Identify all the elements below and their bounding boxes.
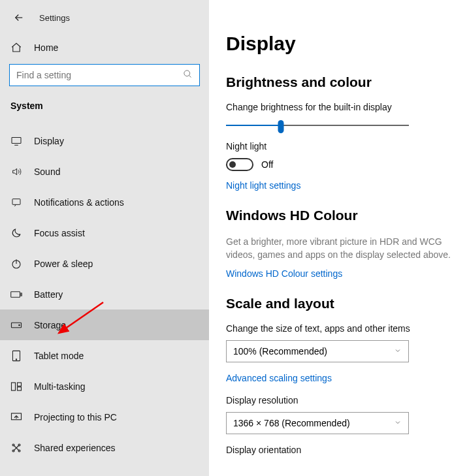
sidebar-item-focus[interactable]: Focus assist — [0, 217, 209, 248]
search-box[interactable] — [9, 64, 200, 86]
svg-rect-2 — [12, 198, 20, 204]
sidebar-item-sound[interactable]: Sound — [0, 156, 209, 187]
sound-icon — [10, 167, 22, 177]
power-icon — [10, 258, 22, 270]
night-light-settings-link[interactable]: Night light settings — [226, 180, 452, 191]
advanced-scaling-link[interactable]: Advanced scaling settings — [226, 373, 452, 383]
brightness-heading: Brightness and colour — [226, 74, 452, 90]
resolution-select[interactable]: 1366 × 768 (Recommended) — [226, 412, 409, 434]
sidebar-item-label: Focus assist — [34, 228, 85, 238]
home-icon — [10, 42, 22, 54]
scale-heading: Scale and layout — [226, 296, 452, 311]
back-icon[interactable] — [13, 12, 25, 24]
section-label: System — [0, 101, 209, 111]
projecting-icon — [10, 412, 22, 422]
svg-rect-12 — [18, 387, 22, 390]
sidebar-item-projecting[interactable]: Projecting to this PC — [0, 402, 209, 432]
focus-icon — [10, 227, 22, 239]
sidebar-item-label: Storage — [34, 320, 66, 330]
multitasking-icon — [10, 381, 22, 392]
sidebar: Settings Home System Display Sound Notif… — [0, 0, 209, 476]
sidebar-item-shared[interactable]: Shared experiences — [0, 432, 209, 463]
hdcolour-heading: Windows HD Colour — [226, 208, 452, 223]
orientation-label: Display orientation — [226, 445, 452, 455]
home-label: Home — [34, 42, 58, 53]
content-pane: Display Brightness and colour Change bri… — [209, 0, 452, 476]
svg-rect-10 — [12, 383, 16, 390]
sidebar-item-label: Multi-tasking — [34, 381, 86, 392]
display-icon — [10, 136, 22, 146]
sidebar-item-label: Power & sleep — [34, 259, 93, 269]
chevron-down-icon — [394, 418, 402, 428]
hdcolour-link[interactable]: Windows HD Colour settings — [226, 268, 452, 279]
svg-point-0 — [184, 71, 190, 76]
brightness-slider[interactable] — [226, 119, 409, 132]
hdcolour-desc: Get a brighter, more vibrant picture in … — [226, 235, 452, 262]
scale-size-select[interactable]: 100% (Recommended) — [226, 340, 409, 362]
svg-rect-1 — [12, 137, 21, 143]
chevron-down-icon — [394, 346, 402, 357]
resolution-value: 1366 × 768 (Recommended) — [233, 418, 350, 428]
page-title: Display — [226, 33, 452, 55]
resolution-label: Display resolution — [226, 395, 452, 405]
home-link[interactable]: Home — [0, 42, 209, 54]
window-title: Settings — [39, 13, 70, 23]
search-icon — [183, 69, 193, 81]
sidebar-item-tablet[interactable]: Tablet mode — [0, 340, 209, 371]
sidebar-item-label: Projecting to this PC — [34, 412, 117, 422]
svg-point-7 — [19, 325, 20, 326]
sidebar-item-multitasking[interactable]: Multi-tasking — [0, 371, 209, 402]
svg-point-9 — [16, 358, 16, 359]
battery-icon — [10, 291, 22, 298]
scale-size-value: 100% (Recommended) — [233, 346, 327, 357]
scale-size-label: Change the size of text, apps and other … — [226, 323, 452, 334]
night-light-label: Night light — [226, 141, 452, 151]
sidebar-item-display[interactable]: Display — [0, 125, 209, 156]
sidebar-item-label: Battery — [34, 289, 63, 300]
night-light-state: Off — [261, 159, 273, 170]
tablet-icon — [10, 350, 22, 362]
sidebar-item-label: Notifications & actions — [34, 197, 124, 208]
svg-rect-5 — [21, 293, 22, 295]
sidebar-item-storage[interactable]: Storage — [0, 309, 209, 340]
brightness-slider-label: Change brightness for the built-in displ… — [226, 102, 452, 112]
sidebar-item-label: Shared experiences — [34, 443, 116, 453]
sidebar-item-label: Display — [34, 136, 64, 146]
shared-icon — [10, 442, 22, 454]
sidebar-item-battery[interactable]: Battery — [0, 279, 209, 309]
svg-rect-11 — [18, 383, 22, 386]
storage-icon — [10, 321, 22, 329]
notifications-icon — [10, 197, 22, 208]
search-input[interactable] — [16, 70, 183, 80]
sidebar-item-label: Sound — [34, 167, 60, 177]
sidebar-item-notifications[interactable]: Notifications & actions — [0, 187, 209, 217]
sidebar-item-power[interactable]: Power & sleep — [0, 248, 209, 279]
night-light-toggle[interactable] — [226, 158, 253, 171]
svg-rect-4 — [11, 291, 20, 296]
sidebar-item-label: Tablet mode — [34, 351, 84, 361]
